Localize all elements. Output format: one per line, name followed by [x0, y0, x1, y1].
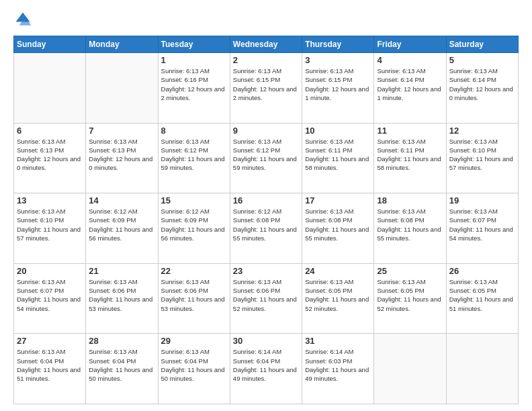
day-number: 22: [161, 266, 227, 276]
calendar-day-cell: 23Sunrise: 6:13 AM Sunset: 6:06 PM Dayli…: [230, 263, 302, 334]
day-number: 3: [305, 55, 371, 65]
calendar-week-row: 13Sunrise: 6:13 AM Sunset: 6:10 PM Dayli…: [14, 193, 519, 264]
calendar-day-cell: 21Sunrise: 6:13 AM Sunset: 6:06 PM Dayli…: [86, 263, 158, 334]
calendar-day-cell: 2Sunrise: 6:13 AM Sunset: 6:15 PM Daylig…: [230, 53, 302, 124]
day-number: 5: [449, 55, 515, 65]
calendar-day-cell: 7Sunrise: 6:13 AM Sunset: 6:13 PM Daylig…: [86, 123, 158, 193]
calendar-day-cell: 6Sunrise: 6:13 AM Sunset: 6:13 PM Daylig…: [14, 123, 86, 193]
calendar-day-cell: 26Sunrise: 6:13 AM Sunset: 6:05 PM Dayli…: [446, 263, 518, 334]
calendar-week-row: 27Sunrise: 6:13 AM Sunset: 6:04 PM Dayli…: [14, 334, 519, 404]
day-number: 16: [233, 195, 299, 205]
weekday-header-sunday: Sunday: [14, 36, 86, 53]
calendar-day-cell: 11Sunrise: 6:13 AM Sunset: 6:11 PM Dayli…: [374, 123, 446, 193]
day-info: Sunrise: 6:14 AM Sunset: 6:03 PM Dayligh…: [305, 347, 371, 383]
calendar-day-cell: 18Sunrise: 6:13 AM Sunset: 6:08 PM Dayli…: [374, 193, 446, 264]
day-info: Sunrise: 6:13 AM Sunset: 6:16 PM Dayligh…: [161, 66, 227, 102]
day-number: 19: [449, 195, 515, 205]
calendar-day-cell: 19Sunrise: 6:13 AM Sunset: 6:07 PM Dayli…: [446, 193, 518, 264]
day-info: Sunrise: 6:13 AM Sunset: 6:05 PM Dayligh…: [449, 277, 515, 313]
calendar-day-cell: 29Sunrise: 6:13 AM Sunset: 6:04 PM Dayli…: [158, 334, 230, 404]
weekday-header-friday: Friday: [374, 36, 446, 53]
day-info: Sunrise: 6:13 AM Sunset: 6:07 PM Dayligh…: [17, 277, 83, 313]
calendar-day-cell: 3Sunrise: 6:13 AM Sunset: 6:15 PM Daylig…: [302, 53, 374, 124]
day-info: Sunrise: 6:12 AM Sunset: 6:08 PM Dayligh…: [233, 207, 299, 242]
day-info: Sunrise: 6:13 AM Sunset: 6:13 PM Dayligh…: [89, 137, 154, 173]
calendar-day-cell: 5Sunrise: 6:13 AM Sunset: 6:14 PM Daylig…: [446, 53, 518, 124]
calendar-day-cell: 16Sunrise: 6:12 AM Sunset: 6:08 PM Dayli…: [230, 193, 302, 264]
calendar-day-cell: [14, 53, 86, 124]
logo-icon: [13, 10, 32, 29]
calendar-day-cell: 14Sunrise: 6:12 AM Sunset: 6:09 PM Dayli…: [86, 193, 158, 264]
day-info: Sunrise: 6:13 AM Sunset: 6:04 PM Dayligh…: [17, 347, 83, 383]
day-number: 8: [161, 126, 227, 136]
day-number: 7: [89, 126, 154, 136]
day-info: Sunrise: 6:13 AM Sunset: 6:08 PM Dayligh…: [377, 207, 443, 242]
day-number: 26: [449, 266, 515, 276]
day-info: Sunrise: 6:13 AM Sunset: 6:06 PM Dayligh…: [89, 277, 154, 313]
day-number: 28: [89, 336, 154, 346]
day-info: Sunrise: 6:13 AM Sunset: 6:11 PM Dayligh…: [377, 137, 443, 173]
calendar-week-row: 1Sunrise: 6:13 AM Sunset: 6:16 PM Daylig…: [14, 53, 519, 124]
day-number: 17: [305, 195, 371, 205]
calendar-table: SundayMondayTuesdayWednesdayThursdayFrid…: [13, 36, 519, 404]
calendar-day-cell: 25Sunrise: 6:13 AM Sunset: 6:05 PM Dayli…: [374, 263, 446, 334]
day-info: Sunrise: 6:12 AM Sunset: 6:09 PM Dayligh…: [89, 207, 154, 242]
day-number: 2: [233, 55, 299, 65]
day-number: 11: [377, 126, 443, 136]
page: SundayMondayTuesdayWednesdayThursdayFrid…: [0, 0, 532, 411]
calendar-day-cell: [86, 53, 158, 124]
day-number: 31: [305, 336, 371, 346]
calendar-day-cell: 12Sunrise: 6:13 AM Sunset: 6:10 PM Dayli…: [446, 123, 518, 193]
day-info: Sunrise: 6:13 AM Sunset: 6:13 PM Dayligh…: [17, 137, 83, 173]
calendar-day-cell: [446, 334, 518, 404]
day-number: 27: [17, 336, 83, 346]
day-info: Sunrise: 6:13 AM Sunset: 6:12 PM Dayligh…: [233, 137, 299, 173]
logo: [13, 10, 35, 29]
calendar-day-cell: 8Sunrise: 6:13 AM Sunset: 6:12 PM Daylig…: [158, 123, 230, 193]
day-number: 9: [233, 126, 299, 136]
calendar-week-row: 20Sunrise: 6:13 AM Sunset: 6:07 PM Dayli…: [14, 263, 519, 334]
day-number: 30: [233, 336, 299, 346]
weekday-header-row: SundayMondayTuesdayWednesdayThursdayFrid…: [14, 36, 519, 53]
calendar-day-cell: [374, 334, 446, 404]
calendar-day-cell: 24Sunrise: 6:13 AM Sunset: 6:05 PM Dayli…: [302, 263, 374, 334]
day-number: 21: [89, 266, 154, 276]
weekday-header-thursday: Thursday: [302, 36, 374, 53]
day-info: Sunrise: 6:13 AM Sunset: 6:12 PM Dayligh…: [161, 137, 227, 173]
day-info: Sunrise: 6:13 AM Sunset: 6:06 PM Dayligh…: [161, 277, 227, 313]
day-info: Sunrise: 6:14 AM Sunset: 6:04 PM Dayligh…: [233, 347, 299, 383]
weekday-header-monday: Monday: [86, 36, 158, 53]
day-info: Sunrise: 6:13 AM Sunset: 6:14 PM Dayligh…: [377, 66, 443, 102]
calendar-day-cell: 1Sunrise: 6:13 AM Sunset: 6:16 PM Daylig…: [158, 53, 230, 124]
calendar-day-cell: 31Sunrise: 6:14 AM Sunset: 6:03 PM Dayli…: [302, 334, 374, 404]
weekday-header-wednesday: Wednesday: [230, 36, 302, 53]
day-number: 15: [161, 195, 227, 205]
day-number: 18: [377, 195, 443, 205]
calendar-day-cell: 9Sunrise: 6:13 AM Sunset: 6:12 PM Daylig…: [230, 123, 302, 193]
day-number: 25: [377, 266, 443, 276]
day-number: 1: [161, 55, 227, 65]
day-info: Sunrise: 6:13 AM Sunset: 6:08 PM Dayligh…: [305, 207, 371, 242]
day-number: 4: [377, 55, 443, 65]
day-info: Sunrise: 6:13 AM Sunset: 6:11 PM Dayligh…: [305, 137, 371, 173]
day-number: 29: [161, 336, 227, 346]
day-number: 20: [17, 266, 83, 276]
day-info: Sunrise: 6:13 AM Sunset: 6:04 PM Dayligh…: [89, 347, 154, 383]
calendar-week-row: 6Sunrise: 6:13 AM Sunset: 6:13 PM Daylig…: [14, 123, 519, 193]
day-info: Sunrise: 6:13 AM Sunset: 6:05 PM Dayligh…: [305, 277, 371, 313]
calendar-day-cell: 4Sunrise: 6:13 AM Sunset: 6:14 PM Daylig…: [374, 53, 446, 124]
calendar-day-cell: 28Sunrise: 6:13 AM Sunset: 6:04 PM Dayli…: [86, 334, 158, 404]
calendar-day-cell: 30Sunrise: 6:14 AM Sunset: 6:04 PM Dayli…: [230, 334, 302, 404]
day-info: Sunrise: 6:13 AM Sunset: 6:07 PM Dayligh…: [449, 207, 515, 242]
day-number: 10: [305, 126, 371, 136]
header: [13, 10, 519, 29]
day-info: Sunrise: 6:13 AM Sunset: 6:15 PM Dayligh…: [233, 66, 299, 102]
calendar-day-cell: 22Sunrise: 6:13 AM Sunset: 6:06 PM Dayli…: [158, 263, 230, 334]
day-info: Sunrise: 6:13 AM Sunset: 6:14 PM Dayligh…: [449, 66, 515, 102]
day-info: Sunrise: 6:13 AM Sunset: 6:15 PM Dayligh…: [305, 66, 371, 102]
calendar-day-cell: 27Sunrise: 6:13 AM Sunset: 6:04 PM Dayli…: [14, 334, 86, 404]
weekday-header-tuesday: Tuesday: [158, 36, 230, 53]
day-info: Sunrise: 6:13 AM Sunset: 6:10 PM Dayligh…: [449, 137, 515, 173]
calendar-day-cell: 17Sunrise: 6:13 AM Sunset: 6:08 PM Dayli…: [302, 193, 374, 264]
day-number: 13: [17, 195, 83, 205]
